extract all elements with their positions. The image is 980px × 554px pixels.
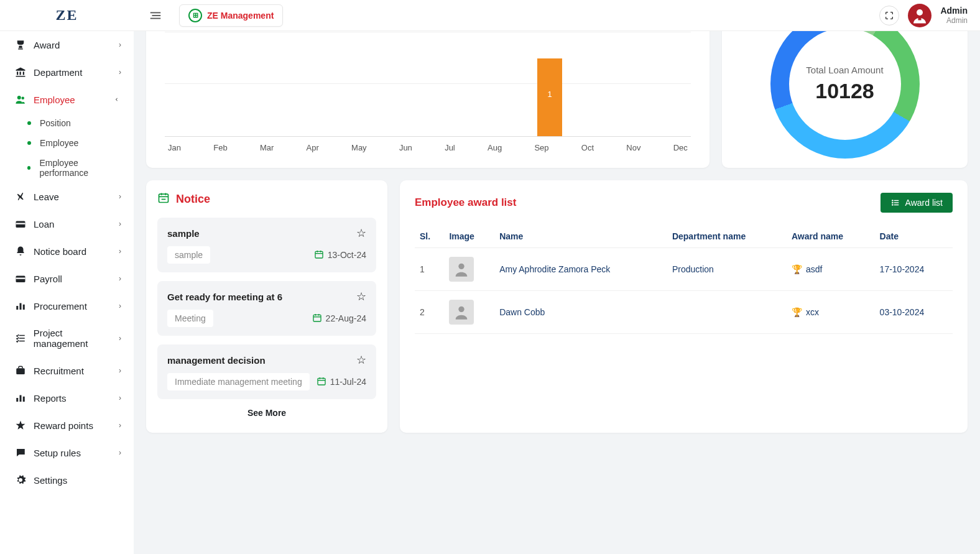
chevron-right-icon: › (119, 68, 121, 76)
logo[interactable]: ZE (0, 7, 134, 24)
notice-title: Notice (176, 193, 210, 206)
comment-icon (14, 447, 27, 458)
sidebar-item-label: Leave (34, 192, 59, 202)
x-axis-label: Jun (399, 143, 412, 152)
table-row[interactable]: 1 Amy Aphrodite Zamora Peck Production 🏆… (415, 248, 953, 291)
trophy-icon: 🏆 (792, 307, 802, 317)
tasks-icon (14, 333, 27, 344)
svg-rect-8 (16, 223, 25, 224)
avatar-icon (910, 6, 929, 25)
cell-award: 🏆asdf (787, 248, 875, 291)
sidebar-item-award[interactable]: Award › (0, 31, 134, 58)
sidebar-item-payroll[interactable]: Payroll › (0, 265, 134, 292)
x-axis-label: May (351, 143, 367, 152)
cell-sl: 2 (415, 291, 444, 334)
award-list-button[interactable]: Award list (881, 193, 953, 213)
notice-item-title: management decision (167, 355, 266, 366)
sidebar-item-label: Reward points (34, 420, 93, 431)
chart-bar: 1 (537, 58, 562, 136)
svg-point-45 (459, 307, 465, 312)
x-axis-label: Jul (445, 143, 455, 152)
card-icon (14, 218, 27, 229)
cell-date: 17-10-2024 (875, 248, 953, 291)
x-axis-label: Mar (260, 143, 274, 152)
svg-rect-4 (918, 16, 922, 21)
award-list-card: Employee award list Award list Sl.ImageN… (400, 180, 968, 433)
svg-rect-11 (16, 306, 18, 310)
star-button[interactable]: ☆ (356, 353, 366, 367)
notice-item-title: Get ready for meeting at 6 (167, 292, 282, 302)
svg-rect-17 (16, 368, 25, 374)
brand-chip[interactable]: ⊞ ZE Management (179, 4, 283, 27)
fullscreen-icon (884, 11, 894, 21)
avatar-placeholder (449, 300, 474, 325)
sidebar-item-reports[interactable]: Reports › (0, 384, 134, 412)
notice-tag: Immediate management meeting (167, 373, 310, 390)
sidebar-item-loan[interactable]: Loan › (0, 210, 134, 238)
svg-rect-18 (16, 398, 18, 402)
x-axis-label: Aug (488, 143, 502, 152)
bank-icon (14, 67, 27, 78)
sidebar-item-reward-points[interactable]: Reward points › (0, 412, 134, 439)
sidebar-item-setup-rules[interactable]: Setup rules › (0, 439, 134, 466)
notice-item: sample ☆ sample 13-Oct-24 (157, 218, 376, 272)
sidebar-item-procurement[interactable]: Procurement › (0, 292, 134, 320)
loan-value: 10128 (806, 79, 883, 103)
star-button[interactable]: ☆ (356, 290, 366, 303)
sidebar-item-label: Notice board (34, 246, 86, 257)
svg-point-41 (892, 200, 892, 201)
sidebar-subitem-employee[interactable]: Employee (0, 133, 134, 153)
bars-icon (14, 300, 27, 312)
notice-tag: sample (167, 246, 210, 264)
user-avatar[interactable] (908, 4, 931, 27)
svg-point-42 (892, 202, 892, 203)
loan-donut: Total Loan Amount 10128 (770, 9, 920, 159)
user-menu[interactable]: Admin Admin (940, 6, 968, 25)
sidebar-item-label: Procurement (34, 301, 87, 312)
brand-chip-text: ZE Management (207, 11, 274, 21)
sidebar-item-label: Project management (34, 328, 119, 349)
cell-name: Amy Aphrodite Zamora Peck (494, 248, 667, 291)
sidebar: Award › Department › Employee ⌄PositionE… (0, 31, 134, 554)
gear-icon (14, 474, 27, 486)
list-icon (890, 198, 900, 207)
notice-item-title: sample (167, 228, 200, 239)
sidebar-item-employee[interactable]: Employee ⌄ (0, 86, 134, 113)
award-list-title: Employee award list (415, 196, 516, 209)
brand-chip-icon: ⊞ (188, 9, 202, 22)
chevron-right-icon: › (119, 192, 121, 201)
briefcase-icon (14, 365, 27, 376)
sidebar-item-recruitment[interactable]: Recruitment › (0, 357, 134, 384)
star-button[interactable]: ☆ (356, 226, 366, 240)
see-more-button[interactable]: See More (157, 408, 376, 418)
plane-icon (14, 191, 27, 202)
cell-image (444, 291, 494, 334)
sidebar-item-notice-board[interactable]: Notice board › (0, 238, 134, 265)
cell-dept (667, 291, 787, 334)
x-axis-label: Feb (213, 143, 227, 152)
table-header: Name (494, 225, 667, 248)
cell-date: 03-10-2024 (875, 291, 953, 334)
notice-item: management decision ☆ Immediate manageme… (157, 344, 376, 399)
svg-point-44 (459, 264, 465, 269)
award-table: Sl.ImageNameDepartment nameAward nameDat… (415, 225, 953, 334)
table-header: Image (444, 225, 494, 248)
sidebar-subitem-employee-performance[interactable]: Employee performance (0, 153, 134, 183)
sidebar-item-label: Award (34, 40, 60, 50)
chevron-right-icon: › (119, 40, 121, 49)
calendar-icon (317, 376, 326, 388)
table-row[interactable]: 2 Dawn Cobb 🏆xcx 03-10-2024 (415, 291, 953, 334)
sidebar-item-department[interactable]: Department › (0, 58, 134, 86)
chevron-down-icon: ⌄ (114, 96, 122, 103)
sidebar-item-project-management[interactable]: Project management › (0, 320, 134, 357)
hamburger-toggle[interactable] (143, 9, 168, 22)
sidebar-item-leave[interactable]: Leave › (0, 183, 134, 210)
fullscreen-button[interactable] (879, 6, 899, 25)
notice-date: 22-Aug-24 (312, 313, 366, 325)
sidebar-item-settings[interactable]: Settings (0, 466, 134, 494)
cell-name: Dawn Cobb (494, 291, 667, 334)
topbar: ZE ⊞ ZE Management Admin Admin (0, 0, 980, 31)
sidebar-subitem-position[interactable]: Position (0, 113, 134, 133)
notice-item: Get ready for meeting at 6 ☆ Meeting 22-… (157, 281, 376, 336)
chevron-right-icon: › (119, 448, 121, 457)
